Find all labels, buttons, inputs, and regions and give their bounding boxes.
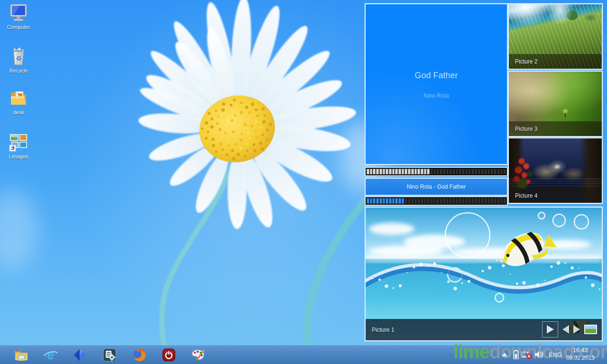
desktop-icon-label: desk <box>1 109 36 115</box>
thumbnail-view-button[interactable] <box>584 325 597 334</box>
desktop: Computer ♻ Recycle desk <box>0 0 607 364</box>
desktop-icon-label: Limages <box>1 154 36 159</box>
track-progress-bar[interactable] <box>365 196 508 206</box>
flower-detail <box>511 153 550 191</box>
picture-label: Picture 1 <box>366 327 394 333</box>
picture-viewer[interactable]: Picture 1 <box>365 207 603 341</box>
image-gallery-icon <box>8 132 29 153</box>
language-indicator[interactable]: ENG <box>549 351 562 358</box>
desktop-icon-desk-folder[interactable]: desk <box>1 88 36 115</box>
play-button[interactable] <box>542 321 558 337</box>
battery-icon[interactable] <box>513 350 519 359</box>
volume-icon[interactable] <box>535 350 544 359</box>
music-player-widget[interactable]: God Father Nino Rota <box>365 3 508 165</box>
flower-stem <box>308 185 365 364</box>
taskbar-clock[interactable]: 16:42 08.02.2013 <box>566 346 595 361</box>
thumbnail-picture-4[interactable]: Picture 4 <box>508 137 603 204</box>
thumbnail-picture-3[interactable]: Picture 3 <box>508 71 603 137</box>
next-arrow-button[interactable] <box>573 325 580 334</box>
volume-progress-bar[interactable] <box>365 167 508 176</box>
desktop-icon-computer[interactable]: Computer <box>1 2 36 30</box>
svg-text:e: e <box>47 347 55 362</box>
now-playing-label: Nino Rota - God Father <box>407 183 466 190</box>
power-button-icon[interactable] <box>161 347 176 363</box>
firefox-icon[interactable] <box>132 347 147 363</box>
thumbnail-label: Picture 3 <box>509 126 537 132</box>
paint-palette-icon[interactable] <box>190 347 205 363</box>
clock-date: 08.02.2013 <box>566 355 595 361</box>
daisy-wallpaper <box>0 0 365 364</box>
track-artist: Nino Rota <box>366 92 507 99</box>
internet-explorer-icon[interactable]: e <box>43 347 58 363</box>
play-icon <box>547 325 554 334</box>
watermark-prefix: lime <box>453 341 489 362</box>
folder-icon <box>8 88 29 109</box>
thumbnail-caption-band: Picture 4 <box>509 188 602 203</box>
thumbnail-caption-band: Picture 3 <box>509 121 602 136</box>
previous-arrow-button[interactable] <box>562 325 569 334</box>
blue-diamond-app-icon[interactable] <box>72 347 87 363</box>
desktop-icon-limages[interactable]: Limages <box>1 132 36 159</box>
thumbnail-picture-2[interactable]: Picture 2 <box>508 3 603 70</box>
desktop-icon-label: Recycle <box>1 68 36 73</box>
desktop-icon-label: Computer <box>1 24 36 30</box>
svg-text:♻: ♻ <box>16 55 21 62</box>
tree-detail <box>562 109 569 116</box>
viewer-controls <box>542 321 597 338</box>
computer-icon <box>8 2 29 23</box>
desktop-icon-recycle-bin[interactable]: ♻ Recycle <box>1 46 36 73</box>
now-playing-panel[interactable]: Nino Rota - God Father <box>365 178 508 196</box>
thumbnail-label: Picture 2 <box>509 58 537 65</box>
thumbnail-label: Picture 4 <box>509 192 537 199</box>
network-error-icon[interactable] <box>522 351 532 359</box>
track-title: God Father <box>366 71 507 81</box>
clock-time: 16:42 <box>566 346 595 354</box>
flower-stem <box>162 156 236 364</box>
recycle-bin-icon: ♻ <box>8 46 29 67</box>
thumbnail-caption-band: Picture 2 <box>509 54 602 69</box>
file-explorer-icon[interactable] <box>14 347 29 363</box>
hidden-icons-chevron[interactable] <box>502 353 507 356</box>
task-manager-icon[interactable] <box>102 347 117 363</box>
